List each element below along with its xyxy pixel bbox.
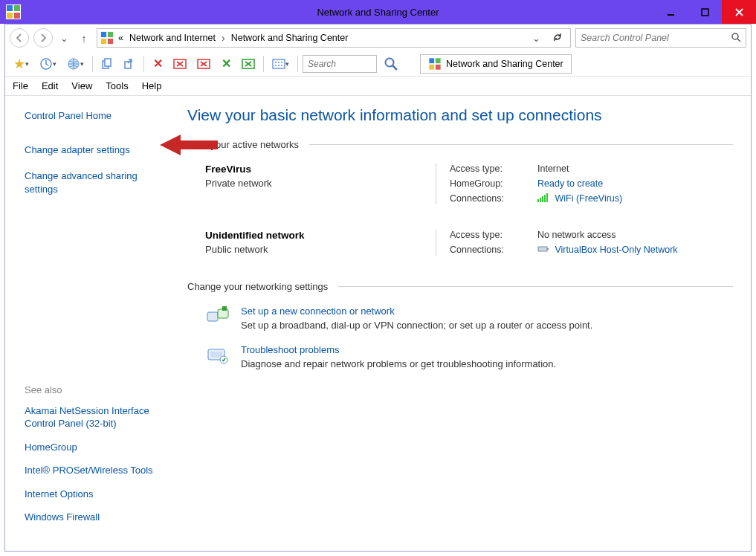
search-input[interactable]	[581, 33, 731, 43]
troubleshoot-desc: Diagnose and repair network problems or …	[241, 358, 556, 369]
svg-rect-25	[542, 196, 543, 202]
window-body: ⌄ ↑ « Network and Internet Network and S…	[4, 24, 752, 552]
network-block-2: Unidentified network Public network Acce…	[205, 230, 733, 256]
menu-edit[interactable]: Edit	[42, 80, 58, 91]
active-networks-label: View your active networks	[187, 139, 299, 150]
see-also-internet-options[interactable]: Internet Options	[25, 488, 169, 501]
sidebar-change-adapter[interactable]: Change adapter settings	[25, 143, 169, 157]
network1-conn-link[interactable]: WiFi (FreeVirus)	[555, 193, 622, 204]
refresh-button[interactable]	[548, 32, 567, 45]
menu-view[interactable]: View	[71, 80, 92, 91]
menu-tools[interactable]: Tools	[106, 80, 128, 91]
delete-green-button[interactable]: ✕	[217, 54, 235, 74]
change-settings-header: Change your networking settings	[187, 281, 733, 295]
window-controls	[653, 0, 756, 24]
globe-button[interactable]: ▾	[63, 54, 88, 74]
network2-conn-link[interactable]: VirtualBox Host-Only Network	[555, 245, 677, 255]
delete-box-red-button[interactable]	[169, 54, 190, 74]
close-button[interactable]	[722, 0, 756, 24]
delete-box-red2-button[interactable]	[193, 54, 214, 74]
sidebar: Control Panel Home Change adapter settin…	[5, 96, 180, 543]
toolbar: ★▾ ▾ ▾ ✕ ✕ ▾	[5, 51, 751, 77]
network1-name: FreeVirus	[205, 164, 391, 175]
network1-access-label: Access type:	[450, 164, 532, 174]
menu-file[interactable]: File	[13, 80, 28, 91]
network1-conn-label: Connections:	[450, 193, 532, 204]
see-also-firewall[interactable]: Windows Firewall	[25, 511, 169, 524]
menu-help[interactable]: Help	[142, 80, 162, 91]
toolbar-tab-sharing-center[interactable]: Network and Sharing Center	[420, 54, 572, 74]
active-networks-header: View your active networks	[187, 139, 733, 153]
svg-rect-35	[210, 352, 222, 358]
network1-access-value: Internet	[537, 164, 622, 174]
breadcrumb-sharing-center[interactable]: Network and Sharing Center	[230, 31, 350, 45]
copy-button[interactable]	[97, 54, 117, 74]
toolbar-search-button[interactable]	[380, 54, 402, 74]
see-also-homegroup[interactable]: HomeGroup	[25, 441, 169, 454]
address-dropdown[interactable]: ⌄	[528, 33, 545, 44]
breadcrumb-overflow[interactable]: «	[117, 31, 125, 45]
change-settings-label: Change your networking settings	[187, 281, 328, 292]
svg-point-20	[281, 65, 282, 66]
setup-connection-icon	[205, 306, 230, 328]
sidebar-change-advanced[interactable]: Change advanced sharing settings	[25, 169, 169, 195]
troubleshoot-item: Troubleshoot problems Diagnose and repai…	[205, 344, 733, 369]
history-dropdown[interactable]: ⌄	[57, 33, 71, 44]
svg-rect-14	[273, 59, 285, 68]
main-panel: View your basic network information and …	[180, 96, 751, 543]
adapter-icon	[537, 245, 549, 256]
titlebar: Network and Sharing Center	[0, 0, 756, 24]
svg-rect-30	[207, 312, 218, 321]
svg-rect-23	[537, 199, 539, 202]
up-button[interactable]: ↑	[76, 32, 92, 45]
see-also-akamai[interactable]: Akamai NetSession Interface Control Pane…	[25, 404, 169, 430]
svg-point-19	[278, 65, 280, 66]
sidebar-control-panel-home[interactable]: Control Panel Home	[25, 109, 169, 123]
network2-access-value: No network access	[537, 230, 678, 240]
svg-point-17	[281, 62, 282, 63]
move-button[interactable]	[120, 54, 139, 74]
setup-connection-link[interactable]: Set up a new connection or network	[241, 306, 592, 317]
breadcrumb-network-internet[interactable]: Network and Internet	[128, 31, 217, 45]
delete-red-button[interactable]: ✕	[149, 54, 167, 74]
window-icon	[6, 4, 21, 19]
history-button[interactable]: ▾	[36, 54, 60, 74]
delete-box-green-button[interactable]	[238, 54, 259, 74]
svg-rect-28	[538, 247, 547, 251]
view-options-button[interactable]: ▾	[268, 54, 293, 74]
address-icon	[100, 31, 114, 45]
back-button[interactable]	[10, 28, 29, 48]
wifi-signal-icon	[537, 193, 549, 204]
forward-button[interactable]	[33, 28, 53, 48]
toolbar-search-input[interactable]	[303, 55, 377, 73]
svg-rect-29	[547, 248, 549, 250]
favorites-button[interactable]: ★▾	[10, 54, 33, 74]
svg-rect-27	[546, 193, 548, 202]
network2-type: Public network	[205, 244, 391, 255]
search-box[interactable]	[575, 28, 746, 48]
troubleshoot-link[interactable]: Troubleshoot problems	[241, 344, 556, 355]
page-title: View your basic network information and …	[187, 106, 733, 124]
search-icon[interactable]	[731, 32, 741, 45]
see-also-header: See also	[25, 384, 169, 395]
troubleshoot-icon	[205, 344, 230, 366]
svg-rect-24	[540, 198, 541, 202]
svg-rect-26	[544, 195, 546, 202]
network1-homegroup-link[interactable]: Ready to create	[537, 178, 603, 189]
svg-point-18	[275, 65, 277, 66]
svg-point-16	[278, 62, 280, 63]
svg-point-15	[275, 62, 277, 63]
maximize-button[interactable]	[688, 0, 722, 24]
network2-name: Unidentified network	[205, 230, 391, 241]
breadcrumb-separator[interactable]	[220, 32, 227, 44]
svg-point-4	[732, 33, 738, 39]
network1-homegroup-label: HomeGroup:	[450, 178, 532, 189]
tab-icon	[429, 58, 440, 69]
nav-row: ⌄ ↑ « Network and Internet Network and S…	[5, 25, 751, 51]
minimize-button[interactable]	[653, 0, 688, 24]
see-also: See also Akamai NetSession Interface Con…	[25, 291, 169, 534]
tab-label: Network and Sharing Center	[446, 59, 563, 69]
svg-rect-9	[105, 59, 111, 66]
address-bar[interactable]: « Network and Internet Network and Shari…	[97, 28, 571, 48]
see-also-intel[interactable]: Intel® PROSet/Wireless Tools	[25, 464, 169, 477]
